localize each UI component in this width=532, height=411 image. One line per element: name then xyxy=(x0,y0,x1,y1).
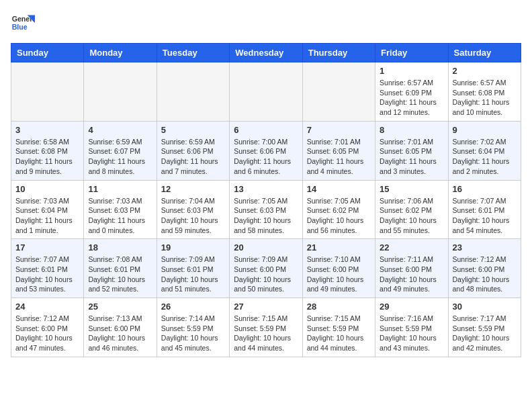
calendar-empty xyxy=(84,62,157,122)
logo: General Blue xyxy=(11,11,35,35)
day-info: Sunrise: 7:05 AMSunset: 6:03 PMDaylight:… xyxy=(234,196,298,236)
day-number: 24 xyxy=(15,302,79,312)
calendar-day-28: 28Sunrise: 7:15 AMSunset: 5:59 PMDayligh… xyxy=(302,298,375,357)
day-info: Sunrise: 7:05 AMSunset: 6:02 PMDaylight:… xyxy=(307,196,371,236)
day-info: Sunrise: 7:06 AMSunset: 6:02 PMDaylight:… xyxy=(380,196,443,236)
calendar-day-20: 20Sunrise: 7:09 AMSunset: 6:00 PMDayligh… xyxy=(230,239,302,298)
day-info: Sunrise: 7:09 AMSunset: 6:00 PMDaylight:… xyxy=(234,255,298,294)
day-info: Sunrise: 7:11 AMSunset: 6:00 PMDaylight:… xyxy=(380,255,443,294)
calendar-week-1: 1Sunrise: 6:57 AMSunset: 6:09 PMDaylight… xyxy=(11,62,521,122)
calendar-empty xyxy=(302,62,375,122)
calendar-empty xyxy=(157,62,229,122)
calendar-day-22: 22Sunrise: 7:11 AMSunset: 6:00 PMDayligh… xyxy=(375,239,448,298)
day-info: Sunrise: 6:59 AMSunset: 6:07 PMDaylight:… xyxy=(88,137,152,177)
calendar-table: SundayMondayTuesdayWednesdayThursdayFrid… xyxy=(11,43,521,357)
day-number: 5 xyxy=(161,125,225,135)
day-info: Sunrise: 7:12 AMSunset: 6:00 PMDaylight:… xyxy=(453,255,517,294)
weekday-header-wednesday: Wednesday xyxy=(230,44,302,62)
weekday-header-row: SundayMondayTuesdayWednesdayThursdayFrid… xyxy=(11,44,521,62)
day-info: Sunrise: 6:59 AMSunset: 6:06 PMDaylight:… xyxy=(161,137,225,177)
day-info: Sunrise: 7:01 AMSunset: 6:05 PMDaylight:… xyxy=(380,137,443,177)
day-number: 2 xyxy=(453,66,517,76)
calendar-day-21: 21Sunrise: 7:10 AMSunset: 6:00 PMDayligh… xyxy=(302,239,375,298)
calendar-day-15: 15Sunrise: 7:06 AMSunset: 6:02 PMDayligh… xyxy=(375,180,448,239)
day-number: 28 xyxy=(307,302,371,312)
calendar-empty xyxy=(11,62,84,122)
calendar-day-2: 2Sunrise: 6:57 AMSunset: 6:08 PMDaylight… xyxy=(448,62,521,122)
calendar-week-4: 17Sunrise: 7:07 AMSunset: 6:01 PMDayligh… xyxy=(11,239,521,298)
calendar-day-29: 29Sunrise: 7:16 AMSunset: 5:59 PMDayligh… xyxy=(375,298,448,357)
day-number: 7 xyxy=(307,125,371,135)
calendar-day-7: 7Sunrise: 7:01 AMSunset: 6:05 PMDaylight… xyxy=(302,121,375,180)
calendar-day-17: 17Sunrise: 7:07 AMSunset: 6:01 PMDayligh… xyxy=(11,239,84,298)
day-number: 19 xyxy=(161,242,225,253)
calendar-week-3: 10Sunrise: 7:03 AMSunset: 6:04 PMDayligh… xyxy=(11,180,521,239)
day-number: 8 xyxy=(380,125,443,135)
calendar-day-16: 16Sunrise: 7:07 AMSunset: 6:01 PMDayligh… xyxy=(448,180,521,239)
day-info: Sunrise: 7:17 AMSunset: 5:59 PMDaylight:… xyxy=(453,314,517,353)
calendar-day-4: 4Sunrise: 6:59 AMSunset: 6:07 PMDaylight… xyxy=(84,121,157,180)
day-number: 13 xyxy=(234,184,298,194)
day-number: 16 xyxy=(453,184,517,194)
day-info: Sunrise: 6:57 AMSunset: 6:08 PMDaylight:… xyxy=(453,78,517,118)
day-info: Sunrise: 6:58 AMSunset: 6:08 PMDaylight:… xyxy=(15,137,79,177)
day-info: Sunrise: 7:16 AMSunset: 5:59 PMDaylight:… xyxy=(380,314,443,353)
calendar-day-25: 25Sunrise: 7:13 AMSunset: 6:00 PMDayligh… xyxy=(84,298,157,357)
day-number: 29 xyxy=(380,302,443,312)
day-number: 25 xyxy=(88,302,152,312)
calendar-day-6: 6Sunrise: 7:00 AMSunset: 6:06 PMDaylight… xyxy=(230,121,302,180)
day-info: Sunrise: 6:57 AMSunset: 6:09 PMDaylight:… xyxy=(380,78,443,118)
weekday-header-friday: Friday xyxy=(375,44,448,62)
calendar-day-24: 24Sunrise: 7:12 AMSunset: 6:00 PMDayligh… xyxy=(11,298,84,357)
calendar-day-14: 14Sunrise: 7:05 AMSunset: 6:02 PMDayligh… xyxy=(302,180,375,239)
day-info: Sunrise: 7:10 AMSunset: 6:00 PMDaylight:… xyxy=(307,255,371,294)
day-number: 20 xyxy=(234,242,298,253)
day-number: 9 xyxy=(453,125,517,135)
calendar-week-5: 24Sunrise: 7:12 AMSunset: 6:00 PMDayligh… xyxy=(11,298,521,357)
calendar-week-2: 3Sunrise: 6:58 AMSunset: 6:08 PMDaylight… xyxy=(11,121,521,180)
day-number: 26 xyxy=(161,302,225,312)
day-number: 6 xyxy=(234,125,298,135)
weekday-header-sunday: Sunday xyxy=(11,44,84,62)
calendar-day-9: 9Sunrise: 7:02 AMSunset: 6:04 PMDaylight… xyxy=(448,121,521,180)
weekday-header-saturday: Saturday xyxy=(448,44,521,62)
logo-icon: General Blue xyxy=(11,11,35,35)
day-number: 12 xyxy=(161,184,225,194)
day-info: Sunrise: 7:04 AMSunset: 6:03 PMDaylight:… xyxy=(161,196,225,236)
day-info: Sunrise: 7:02 AMSunset: 6:04 PMDaylight:… xyxy=(453,137,517,177)
weekday-header-monday: Monday xyxy=(84,44,157,62)
day-info: Sunrise: 7:15 AMSunset: 5:59 PMDaylight:… xyxy=(307,314,371,353)
calendar-empty xyxy=(230,62,302,122)
day-number: 30 xyxy=(453,302,517,312)
day-info: Sunrise: 7:12 AMSunset: 6:00 PMDaylight:… xyxy=(15,314,79,353)
day-number: 14 xyxy=(307,184,371,194)
day-number: 21 xyxy=(307,242,371,253)
day-info: Sunrise: 7:15 AMSunset: 5:59 PMDaylight:… xyxy=(234,314,298,353)
day-number: 27 xyxy=(234,302,298,312)
calendar-day-11: 11Sunrise: 7:03 AMSunset: 6:03 PMDayligh… xyxy=(84,180,157,239)
calendar-day-1: 1Sunrise: 6:57 AMSunset: 6:09 PMDaylight… xyxy=(375,62,448,122)
calendar-day-8: 8Sunrise: 7:01 AMSunset: 6:05 PMDaylight… xyxy=(375,121,448,180)
day-number: 22 xyxy=(380,242,443,253)
day-info: Sunrise: 7:14 AMSunset: 5:59 PMDaylight:… xyxy=(161,314,225,353)
calendar-day-30: 30Sunrise: 7:17 AMSunset: 5:59 PMDayligh… xyxy=(448,298,521,357)
page-header: General Blue xyxy=(11,11,521,35)
calendar-day-27: 27Sunrise: 7:15 AMSunset: 5:59 PMDayligh… xyxy=(230,298,302,357)
calendar-day-19: 19Sunrise: 7:09 AMSunset: 6:01 PMDayligh… xyxy=(157,239,229,298)
calendar-day-5: 5Sunrise: 6:59 AMSunset: 6:06 PMDaylight… xyxy=(157,121,229,180)
day-info: Sunrise: 7:01 AMSunset: 6:05 PMDaylight:… xyxy=(307,137,371,177)
day-number: 18 xyxy=(88,242,152,253)
calendar-day-26: 26Sunrise: 7:14 AMSunset: 5:59 PMDayligh… xyxy=(157,298,229,357)
day-number: 17 xyxy=(15,242,79,253)
day-info: Sunrise: 7:07 AMSunset: 6:01 PMDaylight:… xyxy=(453,196,517,236)
svg-text:Blue: Blue xyxy=(12,23,28,31)
day-info: Sunrise: 7:08 AMSunset: 6:01 PMDaylight:… xyxy=(88,255,152,294)
day-number: 3 xyxy=(15,125,79,135)
day-number: 1 xyxy=(380,66,443,76)
calendar-day-3: 3Sunrise: 6:58 AMSunset: 6:08 PMDaylight… xyxy=(11,121,84,180)
day-info: Sunrise: 7:03 AMSunset: 6:03 PMDaylight:… xyxy=(88,196,152,236)
day-number: 4 xyxy=(88,125,152,135)
day-number: 10 xyxy=(15,184,79,194)
calendar-day-10: 10Sunrise: 7:03 AMSunset: 6:04 PMDayligh… xyxy=(11,180,84,239)
calendar-day-18: 18Sunrise: 7:08 AMSunset: 6:01 PMDayligh… xyxy=(84,239,157,298)
